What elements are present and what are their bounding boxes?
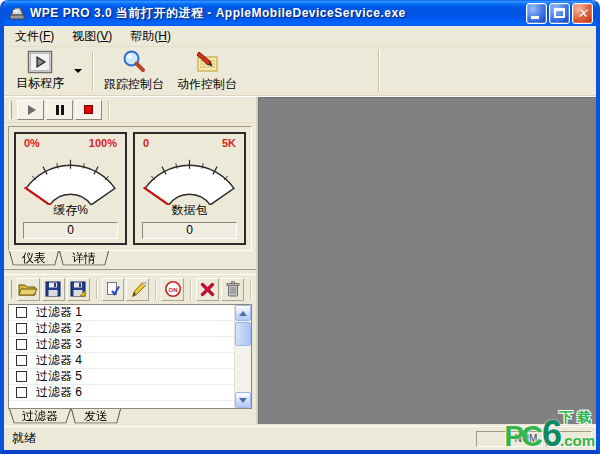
trace-console-label: 跟踪控制台 [104,76,164,93]
filter-checkbox[interactable] [16,339,27,350]
app-icon [9,5,25,21]
filter-row[interactable]: 过滤器 4 [9,353,234,369]
page-check-icon [105,281,121,297]
rename-filter-button[interactable] [126,278,149,301]
scroll-track[interactable] [235,346,251,392]
play-icon [28,105,36,115]
filter-row[interactable]: 过滤器 6 [9,385,234,401]
stop-icon [84,105,93,114]
filter-row[interactable]: 过滤器 5 [9,369,234,385]
minimize-button[interactable] [526,3,547,24]
filter-label: 过滤器 5 [36,368,82,385]
chevron-up-icon [239,311,247,316]
scroll-down-button[interactable] [235,392,251,408]
toolbar-separator [96,279,98,299]
gauge-dial [19,149,122,205]
filter-toolbar: ON [4,275,256,303]
menu-file[interactable]: 文件(F) [6,26,63,47]
delete-x-icon [200,282,215,297]
maximize-button[interactable] [549,3,570,24]
delete-filter-button[interactable] [196,278,219,301]
gauge-max-label: 100% [89,137,117,149]
gauge-name: 缓存% [19,202,122,219]
trace-console-button[interactable]: 跟踪控制台 [98,49,170,93]
edit-filter-button[interactable] [102,278,125,301]
gauge-packets: 0 5K [133,132,246,245]
open-filters-button[interactable] [17,278,40,301]
pencil-icon [129,281,147,298]
minimize-icon [531,16,539,19]
close-icon: ✕ [573,4,592,23]
filter-on-button[interactable]: ON [161,278,184,301]
pause-button[interactable] [46,100,73,120]
filter-row[interactable]: 过滤器 1 [9,305,234,321]
on-toggle-icon: ON [164,280,182,298]
trash-button[interactable] [221,278,244,301]
target-program-icon [27,50,53,74]
status-pane [476,431,506,447]
toolbar-separator [155,279,157,299]
action-console-label: 动作控制台 [177,76,237,93]
toolbar-separator [108,101,110,119]
status-ready-text: 就绪 [12,430,473,447]
pause-icon [56,105,59,115]
gauge-buffer: 0% 100% [14,132,127,245]
target-program-label: 目标程序 [16,75,64,92]
target-program-dropdown[interactable] [71,49,84,93]
gauge-panel: 0% 100% [8,126,252,251]
toolbar-separator [250,279,252,299]
svg-text:ON: ON [168,287,177,293]
app-window: WPE PRO 3.0 当前打开的进程 - AppleMobileDeviceS… [0,0,600,454]
filter-list-scrollbar[interactable] [234,305,251,408]
titlebar[interactable]: WPE PRO 3.0 当前打开的进程 - AppleMobileDeviceS… [4,0,596,26]
status-pane-num: NUM [509,431,543,447]
toolbar-gripper [9,280,12,298]
gauge-value: 0 [142,222,237,239]
stop-button[interactable] [75,100,102,120]
left-panel: 0% 100% [4,97,258,426]
action-console-button[interactable]: 动作控制台 [171,49,243,93]
workspace: 0% 100% [4,96,596,426]
gauge-name: 数据包 [138,202,241,219]
notepad-pencil-icon [194,49,220,75]
save-as-filters-button[interactable] [67,278,90,301]
filter-label: 过滤器 1 [36,305,82,321]
toolbar-band-separator [378,50,380,92]
chevron-down-icon [239,398,247,403]
tab-instruments[interactable]: 仪表 [9,251,59,268]
maximize-icon [554,8,565,18]
window-title: WPE PRO 3.0 当前打开的进程 - AppleMobileDeviceS… [30,5,524,22]
tab-details[interactable]: 详情 [59,251,109,268]
gauge-max-label: 5K [222,137,236,149]
gauge-min-label: 0 [143,137,149,149]
filter-checkbox[interactable] [16,355,27,366]
close-button[interactable]: ✕ [572,3,593,24]
menu-view[interactable]: 视图(V) [63,26,121,47]
trash-icon [226,281,240,297]
tab-filters[interactable]: 过滤器 [9,409,71,426]
main-toolbar: 目标程序 跟踪控制台 [4,47,596,96]
filter-row[interactable]: 过滤器 3 [9,337,234,353]
filter-checkbox[interactable] [16,371,27,382]
menu-help[interactable]: 帮助(H) [121,26,180,47]
magnifier-icon [121,49,147,75]
scroll-up-button[interactable] [235,305,251,321]
toolbar-separator [92,52,94,90]
play-button[interactable] [17,100,44,120]
filter-label: 过滤器 2 [36,320,82,337]
target-program-button[interactable]: 目标程序 [10,49,70,93]
filter-tabs: 过滤器 发送 [4,409,256,426]
toolbar-separator [190,279,192,299]
filter-list: 过滤器 1 过滤器 2 过滤器 3 过滤器 4 过滤器 5 [8,304,252,409]
transport-toolbar [4,97,256,123]
open-folder-icon [18,281,38,297]
menubar: 文件(F) 视图(V) 帮助(H) [4,26,596,47]
filter-row[interactable]: 过滤器 2 [9,321,234,337]
filter-checkbox[interactable] [16,387,27,398]
filter-checkbox[interactable] [16,307,27,318]
scroll-thumb[interactable] [235,322,251,346]
filter-label: 过滤器 6 [36,384,82,401]
save-filters-button[interactable] [42,278,65,301]
tab-send[interactable]: 发送 [71,409,121,426]
filter-checkbox[interactable] [16,323,27,334]
